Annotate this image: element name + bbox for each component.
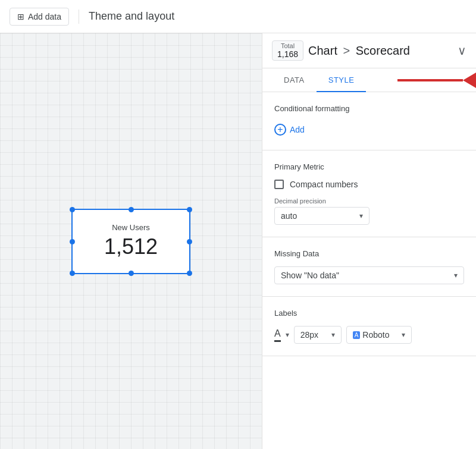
breadcrumb-scorecard[interactable]: Scorecard (356, 44, 410, 57)
font-size-dropdown[interactable]: 28px ▾ (294, 326, 342, 344)
theme-layout-title: Theme and layout (89, 10, 174, 23)
total-label: Total (281, 42, 295, 49)
right-panel: Total 1,168 Chart > Scorecard ∨ DATA STY… (262, 33, 476, 449)
add-circle-icon: + (274, 124, 286, 136)
add-data-button[interactable]: ⊞ Add data (10, 8, 69, 26)
tab-style[interactable]: STYLE (317, 68, 367, 92)
handle-bl[interactable] (70, 271, 75, 276)
panel-collapse-button[interactable]: ∨ (458, 43, 466, 58)
font-name-chevron-icon: ▾ (402, 331, 405, 339)
handle-tr[interactable] (187, 207, 192, 212)
font-name-value: Roboto (362, 330, 389, 340)
handle-tc[interactable] (129, 207, 134, 212)
font-underline-chevron-icon: ▾ (286, 331, 289, 339)
handle-ml[interactable] (70, 239, 75, 244)
font-size-value: 28px (300, 330, 318, 340)
add-data-label: Add data (28, 12, 61, 21)
scorecard-widget[interactable]: New Users 1,512 (71, 209, 190, 274)
labels-section: Labels A ▾ 28px ▾ A Roboto (262, 297, 476, 356)
arrow-head (463, 73, 476, 88)
conditional-formatting-section: Conditional formatting + Add (262, 92, 476, 150)
panel-header-left: Total 1,168 Chart > Scorecard (272, 40, 410, 61)
font-underline-icon: A (274, 328, 281, 342)
font-size-chevron-icon: ▾ (331, 331, 335, 339)
handle-br[interactable] (187, 271, 192, 276)
main-area: New Users 1,512 Total 1,168 Chart > Scor… (0, 33, 476, 449)
add-data-icon: ⊞ (17, 12, 24, 21)
compact-numbers-label: Compact numbers (290, 180, 358, 189)
font-name-value-wrapper: A Roboto (353, 330, 390, 340)
conditional-formatting-title: Conditional formatting (274, 104, 464, 113)
arrow-line (397, 79, 463, 81)
primary-metric-title: Primary Metric (274, 162, 464, 171)
font-icon: A (353, 331, 361, 339)
tab-data[interactable]: DATA (272, 68, 317, 92)
panel-header: Total 1,168 Chart > Scorecard ∨ (262, 33, 476, 68)
decimal-precision-group: Decimal precision auto ▾ (274, 197, 464, 225)
toolbar: ⊞ Add data Theme and layout (0, 0, 476, 33)
toolbar-divider (79, 10, 79, 24)
breadcrumb-separator: > (343, 44, 350, 57)
font-name-dropdown[interactable]: A Roboto ▾ (346, 326, 412, 344)
missing-data-value: Show "No data" (281, 271, 339, 280)
breadcrumb: Chart > Scorecard (308, 44, 410, 58)
decimal-precision-label: Decimal precision (274, 197, 464, 205)
total-badge: Total 1,168 (272, 40, 303, 61)
canvas-area[interactable]: New Users 1,512 (0, 33, 262, 449)
primary-metric-section: Primary Metric Compact numbers Decimal p… (262, 150, 476, 237)
chevron-down-icon: ▾ (359, 212, 363, 220)
decimal-precision-value: auto (281, 211, 297, 221)
red-arrow-annotation (397, 73, 476, 88)
font-underline-control: A (274, 328, 281, 342)
tabs-container: DATA STYLE (262, 68, 476, 92)
handle-bc[interactable] (129, 271, 134, 276)
compact-numbers-checkbox[interactable] (274, 180, 284, 189)
font-underline-dropdown[interactable]: ▾ (286, 331, 289, 339)
labels-row: A ▾ 28px ▾ A Roboto ▾ (274, 326, 464, 344)
missing-data-title: Missing Data (274, 249, 464, 258)
labels-title: Labels (274, 309, 464, 318)
breadcrumb-chart[interactable]: Chart (308, 44, 337, 57)
total-value: 1,168 (277, 49, 298, 59)
missing-data-section: Missing Data Show "No data" ▾ (262, 237, 476, 297)
handle-tl[interactable] (70, 207, 75, 212)
compact-numbers-row: Compact numbers (274, 180, 464, 189)
missing-data-dropdown[interactable]: Show "No data" ▾ (274, 266, 464, 284)
add-label: Add (290, 125, 305, 134)
decimal-precision-dropdown[interactable]: auto ▾ (274, 207, 369, 225)
add-conditional-formatting-button[interactable]: + Add (274, 121, 305, 138)
missing-data-chevron-icon: ▾ (454, 271, 458, 280)
handle-mr[interactable] (187, 239, 192, 244)
widget-value: 1,512 (104, 234, 158, 259)
widget-label: New Users (112, 223, 150, 232)
